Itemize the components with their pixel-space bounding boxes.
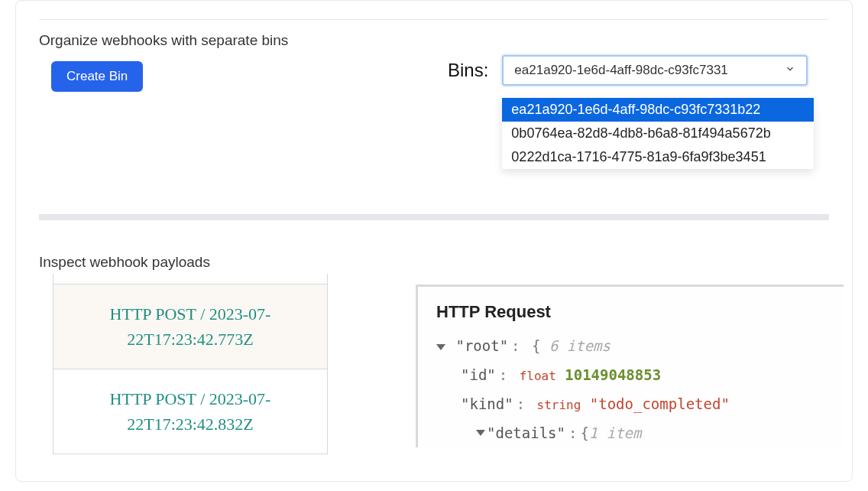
json-kind-line: "kind": string "todo_completed" (461, 389, 828, 418)
webhook-link[interactable]: HTTP POST / 2023-07-22T17:23:42.773Z (110, 304, 271, 349)
bins-select-value: ea21a920-1e6d-4aff-98dc-c93fc7331 (514, 63, 727, 77)
caret-down-icon[interactable] (436, 344, 445, 350)
section-title-inspect: Inspect webhook payloads (39, 254, 852, 271)
json-id-line: "id": float 10149048853 (461, 360, 828, 389)
table-header-spacer (53, 274, 327, 285)
section-title-organize: Organize webhooks with separate bins (39, 32, 852, 49)
inspect-row: HTTP POST / 2023-07-22T17:23:42.773Z HTT… (16, 274, 852, 454)
panel-container: Organize webhooks with separate bins Cre… (15, 0, 853, 482)
webhook-link[interactable]: HTTP POST / 2023-07-22T17:23:42.832Z (110, 389, 271, 434)
webhook-row[interactable]: HTTP POST / 2023-07-22T17:23:42.773Z (53, 285, 327, 369)
webhook-list: HTTP POST / 2023-07-22T17:23:42.773Z HTT… (53, 274, 328, 454)
bins-dropdown-list: ea21a920-1e6d-4aff-98dc-c93fc7331b22 0b0… (502, 98, 814, 169)
request-title: HTTP Request (436, 302, 828, 322)
caret-down-icon[interactable] (476, 430, 485, 436)
webhook-row[interactable]: HTTP POST / 2023-07-22T17:23:42.832Z (53, 369, 327, 454)
json-details-line[interactable]: "details": { 1 item (476, 418, 828, 447)
request-panel: HTTP Request "root": { 6 items "id": flo… (416, 285, 844, 447)
organize-row: Create Bin Bins: ea21a920-1e6d-4aff-98dc… (16, 61, 852, 92)
divider-thick (39, 214, 829, 220)
divider (39, 19, 829, 20)
bins-option[interactable]: ea21a920-1e6d-4aff-98dc-c93fc7331b22 (502, 98, 814, 122)
bins-select[interactable]: ea21a920-1e6d-4aff-98dc-c93fc7331 (502, 55, 808, 86)
chevron-down-icon (785, 63, 795, 78)
create-bin-button[interactable]: Create Bin (51, 61, 143, 92)
bins-label: Bins: (448, 60, 488, 81)
json-root-line[interactable]: "root": { 6 items (436, 331, 828, 360)
bins-option[interactable]: 0b0764ea-82d8-4db8-b6a8-81f494a5672b (502, 122, 814, 145)
bins-selector-wrap: Bins: ea21a920-1e6d-4aff-98dc-c93fc7331 … (448, 55, 808, 86)
bins-option[interactable]: 0222d1ca-1716-4775-81a9-6fa9f3be3451 (502, 145, 814, 169)
